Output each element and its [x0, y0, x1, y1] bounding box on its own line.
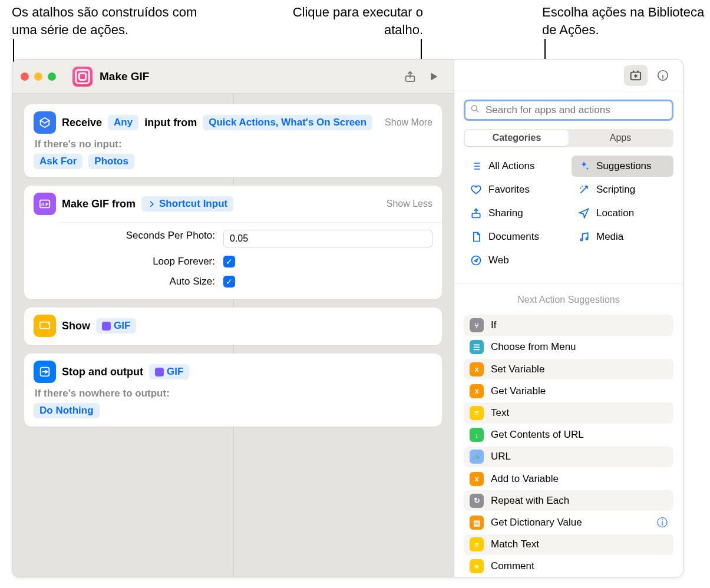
wand-icon — [577, 183, 590, 196]
sug-comment[interactable]: ≡Comment — [464, 556, 673, 577]
receive-label: Receive — [62, 117, 102, 129]
askfor-token[interactable]: Ask For — [34, 154, 82, 169]
sug-repeat-each[interactable]: ↻Repeat with Each — [464, 490, 673, 511]
action-make-gif[interactable]: GIF Make GIF from Shortcut Input Show Le… — [24, 186, 442, 299]
stop-icon — [34, 361, 56, 383]
receive-source-token[interactable]: Quick Actions, What's On Screen — [203, 115, 372, 130]
shortcut-input-label: Shortcut Input — [159, 198, 227, 210]
list-icon — [470, 160, 483, 173]
action-stop[interactable]: Stop and output GIF If there's nowhere t… — [24, 354, 442, 427]
library-toggle-button[interactable] — [624, 65, 648, 86]
show-gif-token[interactable]: GIF — [96, 318, 136, 333]
cat-label: Web — [488, 255, 509, 266]
menu-icon: ☰ — [470, 340, 484, 354]
svg-rect-1 — [79, 73, 85, 80]
spp-input[interactable] — [223, 230, 432, 247]
loop-checkbox[interactable]: ✓ — [223, 256, 235, 267]
receive-showmore[interactable]: Show More — [385, 117, 432, 128]
zoom-window-button[interactable] — [48, 72, 56, 81]
photos-token[interactable]: Photos — [88, 154, 134, 169]
sug-match-text[interactable]: ≡Match Text — [464, 534, 673, 555]
share-icon — [470, 207, 483, 220]
receive-any-token[interactable]: Any — [108, 115, 138, 130]
gif-glyph-icon — [155, 368, 164, 376]
sug-label: Match Text — [491, 539, 539, 550]
sug-get-dict-value[interactable]: ▤Get Dictionary Valueⓘ — [464, 512, 673, 533]
branch-icon: ⑂ — [470, 318, 484, 332]
sug-label: Comment — [491, 560, 534, 572]
run-button[interactable] — [422, 67, 445, 87]
makegif-title: Make GIF from — [62, 198, 136, 210]
cat-favorites[interactable]: Favorites — [464, 179, 566, 200]
categories-apps-segmented[interactable]: Categories Apps — [464, 129, 673, 147]
svg-rect-11 — [472, 213, 480, 218]
stop-gif-token[interactable]: GIF — [149, 364, 189, 379]
actions-canvas[interactable]: Receive Any input from Quick Actions, Wh… — [12, 94, 454, 577]
cat-media[interactable]: Media — [572, 226, 673, 247]
callout-library: Escolha ações na Biblioteca de Ações. — [542, 4, 707, 38]
cat-web[interactable]: Web — [464, 250, 566, 271]
action-receive[interactable]: Receive Any input from Quick Actions, Wh… — [24, 104, 442, 177]
cat-scripting[interactable]: Scripting — [572, 179, 673, 200]
cat-label: Suggestions — [596, 160, 652, 172]
sug-label: If — [491, 319, 496, 331]
text-icon: ≡ — [470, 537, 484, 551]
cat-all-actions[interactable]: All Actions — [464, 156, 566, 177]
categories-grid: All Actions Suggestions Favorites Script… — [464, 156, 673, 271]
minimize-window-button[interactable] — [34, 72, 42, 81]
sug-set-variable[interactable]: xSet Variable — [464, 359, 673, 379]
donothing-token[interactable]: Do Nothing — [34, 403, 100, 418]
close-window-button[interactable] — [21, 72, 29, 81]
makegif-icon: GIF — [34, 193, 56, 215]
auto-checkbox[interactable]: ✓ — [223, 276, 235, 288]
heart-icon — [470, 183, 483, 196]
sug-url[interactable]: 🔗URL — [464, 447, 673, 467]
cat-label: Media — [596, 231, 623, 243]
compass-icon — [470, 254, 483, 267]
action-library-sidebar: Categories Apps All Actions Suggestions … — [454, 60, 683, 577]
sug-label: Choose from Menu — [491, 341, 576, 353]
action-show[interactable]: Show GIF — [24, 308, 442, 345]
seg-apps[interactable]: Apps — [569, 130, 672, 146]
info-toggle-button[interactable] — [651, 65, 675, 86]
dictionary-icon: ▤ — [470, 516, 484, 530]
stop-title: Stop and output — [62, 366, 143, 378]
shortcuts-editor-window: Make GIF Receive Any input from — [12, 59, 683, 577]
shortcut-app-icon — [72, 67, 93, 87]
cat-documents[interactable]: Documents — [464, 226, 566, 247]
cat-location[interactable]: Location — [572, 203, 673, 224]
callout-actions: Os atalhos são construídos com uma série… — [12, 4, 206, 38]
sug-get-url-contents[interactable]: ↓Get Contents of URL — [464, 425, 673, 445]
location-icon — [577, 207, 590, 220]
cat-label: Sharing — [488, 207, 523, 219]
editor-main: Make GIF Receive Any input from — [12, 60, 454, 577]
document-icon — [470, 230, 483, 243]
sug-if[interactable]: ⑂If — [464, 315, 673, 335]
sug-label: Set Variable — [491, 364, 544, 375]
search-input[interactable] — [464, 100, 673, 121]
show-title: Show — [62, 320, 90, 332]
show-gif-label: GIF — [114, 320, 130, 332]
seg-categories[interactable]: Categories — [465, 130, 569, 146]
cat-suggestions[interactable]: Suggestions — [572, 156, 673, 177]
sug-add-to-variable[interactable]: xAdd to Variable — [464, 468, 673, 489]
receive-mid: input from — [144, 117, 197, 129]
variable-icon: x — [470, 384, 484, 398]
share-button[interactable] — [398, 67, 422, 87]
cat-sharing[interactable]: Sharing — [464, 203, 566, 224]
callout-run: Clique para executar o atalho. — [264, 4, 423, 38]
sug-label: Add to Variable — [491, 473, 559, 485]
sug-get-variable[interactable]: xGet Variable — [464, 381, 673, 401]
spp-label: Seconds Per Photo: — [126, 230, 215, 247]
sug-label: Get Dictionary Value — [491, 517, 582, 528]
cat-label: Favorites — [488, 184, 530, 196]
sug-text[interactable]: ≡Text — [464, 402, 673, 423]
receive-icon — [34, 111, 56, 134]
shortcut-input-token[interactable]: Shortcut Input — [141, 196, 233, 212]
window-title: Make GIF — [100, 70, 149, 83]
sug-choose-menu[interactable]: ☰Choose from Menu — [464, 337, 673, 358]
makegif-showless[interactable]: Show Less — [387, 199, 432, 209]
search-icon — [470, 104, 480, 117]
download-icon: ↓ — [470, 428, 484, 442]
info-icon[interactable]: ⓘ — [657, 516, 668, 530]
